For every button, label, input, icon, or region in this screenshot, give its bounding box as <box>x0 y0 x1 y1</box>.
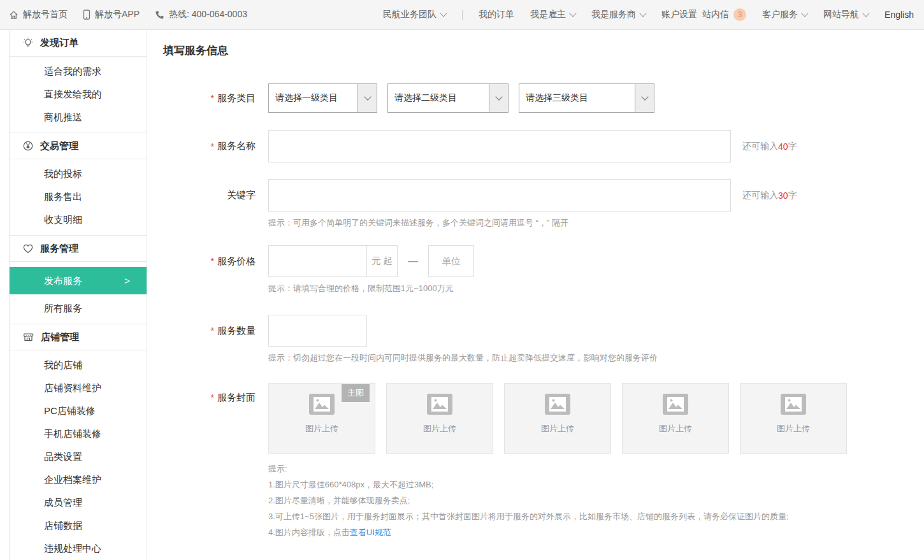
account-settings-link[interactable]: 账户设置 <box>661 9 697 20</box>
form-row-price: * 服务价格 元 起 — 单位 提示：请填写合理的价格，限制范围1元~1000万… <box>163 245 924 294</box>
app-link[interactable]: 解放号APP <box>83 9 140 20</box>
sidebar-header-shop-management: 店铺管理 <box>10 324 147 350</box>
language-toggle-label: English <box>884 10 914 20</box>
quantity-hint: 提示：切勿超过您在一段时间内可同时提供服务的最大数量，防止超卖降低提交速度，影响… <box>268 352 658 364</box>
upload-label: 图片上传 <box>659 423 692 434</box>
sidebar-section-service-management: 服务管理 发布服务 > 所有服务 <box>10 235 147 324</box>
category-level3-value: 请选择三级类目 <box>519 92 635 104</box>
language-toggle[interactable]: English <box>884 10 914 20</box>
select-dropdown-button[interactable] <box>489 84 508 112</box>
required-mark: * <box>211 326 214 336</box>
sidebar-item-enterprise-archive[interactable]: 企业档案维护 <box>10 468 147 491</box>
sidebar-item-mobile-shop-decor[interactable]: 手机店铺装修 <box>10 422 147 445</box>
service-name-input[interactable] <box>268 130 731 162</box>
form-row-keyword: 关键字 还可输入30字 提示：可用多个简单明了的关键词来描述服务，多个关键词之间… <box>163 179 924 229</box>
storefront-icon <box>23 332 34 342</box>
cover-hint-1: 1.图片尺寸最佳660*408px，最大不超过3MB; <box>268 477 847 492</box>
sidebar-item-suited-needs[interactable]: 适合我的需求 <box>10 60 147 83</box>
chevron-down-icon <box>440 10 447 17</box>
sidebar-item-all-services[interactable]: 所有服务 <box>10 297 147 320</box>
sidebar-item-member-management[interactable]: 成员管理 <box>10 491 147 514</box>
sidebar-header-label: 服务管理 <box>40 243 78 255</box>
messages-label: 站内信 <box>702 9 729 20</box>
phone-icon <box>155 10 164 20</box>
page-title: 填写服务信息 <box>163 43 924 58</box>
sidebar-item-pc-shop-decor[interactable]: PC店铺装修 <box>10 399 147 422</box>
sidebar-item-publish-service[interactable]: 发布服务 > <box>10 267 147 294</box>
cover-label: * 服务封面 <box>163 383 256 412</box>
provider-menu[interactable]: 我是服务商 <box>591 9 646 20</box>
sidebar-item-income-expense[interactable]: 收支明细 <box>10 208 147 231</box>
keyword-input[interactable] <box>268 179 731 212</box>
category-level2-value: 请选择二级类目 <box>388 92 489 104</box>
required-mark: * <box>211 256 214 266</box>
keyword-hint: 提示：可用多个简单明了的关键词来描述服务，多个关键词之间请用逗号 “，” 隔开 <box>268 217 797 229</box>
ui-spec-link[interactable]: 查看UI规范 <box>350 528 391 537</box>
sidebar-item-my-shop[interactable]: 我的店铺 <box>10 354 147 377</box>
quantity-label: * 服务数量 <box>163 315 256 347</box>
select-dropdown-button[interactable] <box>635 84 654 112</box>
category-level1-select[interactable]: 请选择一级类目 <box>268 83 377 113</box>
category-level3-select[interactable]: 请选择三级类目 <box>519 83 654 113</box>
hotline-label: 热线: 400-064-0003 <box>169 9 247 20</box>
select-dropdown-button[interactable] <box>357 84 377 112</box>
cover-hints: 提示: 1.图片尺寸最佳660*408px，最大不超过3MB; 2.图片尽量清晰… <box>268 461 847 540</box>
sidebar-item-label: 发布服务 <box>44 267 82 294</box>
keyword-label: 关键字 <box>163 179 256 212</box>
cover-hint-4: 4.图片内容排版，点击查看UI规范 <box>268 524 847 540</box>
customer-service-menu[interactable]: 客户服务 <box>762 9 807 20</box>
image-icon <box>427 394 452 417</box>
cover-upload-box-3[interactable]: 图片上传 <box>504 383 611 454</box>
image-icon <box>663 394 688 417</box>
my-orders-link[interactable]: 我的订单 <box>479 9 514 20</box>
category-level2-select[interactable]: 请选择二级类目 <box>387 83 509 113</box>
topbar: 解放号首页 解放号APP 热线: 400-064-0003 民航业务团队 我的订… <box>0 0 924 30</box>
sidebar-item-category-settings[interactable]: 品类设置 <box>10 445 147 468</box>
sidebar: 发现订单 适合我的需求 直接发给我的 商机推送 交易管理 我的投标 服务售出 收… <box>9 30 147 560</box>
active-arrow-icon: > <box>124 267 130 294</box>
sidebar-item-services-sold[interactable]: 服务售出 <box>10 185 147 208</box>
sidebar-header-label: 发现订单 <box>40 37 78 49</box>
sidebar-item-shop-data[interactable]: 店铺数据 <box>10 514 147 537</box>
sidebar-item-opportunity-push[interactable]: 商机推送 <box>10 106 147 129</box>
messages-count-badge[interactable]: 3 <box>733 8 746 21</box>
cover-hint-title: 提示: <box>268 461 847 477</box>
sidebar-header-label: 店铺管理 <box>41 331 79 343</box>
team-menu[interactable]: 民航业务团队 <box>383 9 446 20</box>
messages-link[interactable]: 站内信 3 <box>702 8 746 21</box>
required-mark: * <box>211 392 214 403</box>
category-label: * 服务类目 <box>163 83 256 113</box>
sidebar-header-transactions: 交易管理 <box>10 133 147 159</box>
price-dash: — <box>408 255 418 267</box>
customer-service-label: 客户服务 <box>762 9 798 20</box>
home-link[interactable]: 解放号首页 <box>9 9 68 20</box>
category-level1-value: 请选择一级类目 <box>269 92 357 104</box>
cover-upload-box-5[interactable]: 图片上传 <box>740 383 847 454</box>
cover-hint-2: 2.图片尽量清晰，并能够体现服务卖点; <box>268 492 847 508</box>
sidebar-item-shop-profile[interactable]: 店铺资料维护 <box>10 377 147 399</box>
unit-select[interactable]: 单位 <box>428 245 474 277</box>
sidebar-section-shop-management: 店铺管理 我的店铺 店铺资料维护 PC店铺装修 手机店铺装修 品类设置 企业档案… <box>10 324 147 560</box>
cover-upload-box-1[interactable]: 主图 图片上传 <box>268 383 375 454</box>
price-input[interactable] <box>269 246 366 276</box>
upload-label: 图片上传 <box>777 423 810 434</box>
employer-menu[interactable]: 我是雇主 <box>530 9 575 20</box>
site-nav-menu[interactable]: 网站导航 <box>823 9 869 20</box>
quantity-input[interactable] <box>268 315 367 347</box>
team-menu-label: 民航业务团队 <box>383 9 437 20</box>
sidebar-item-my-bids[interactable]: 我的投标 <box>10 162 147 185</box>
sidebar-header-discover-orders: 发现订单 <box>10 30 147 57</box>
upload-label: 图片上传 <box>423 423 456 434</box>
hotline: 热线: 400-064-0003 <box>155 9 247 20</box>
sidebar-item-sent-to-me[interactable]: 直接发给我的 <box>10 83 147 106</box>
main-content: 填写服务信息 * 服务类目 请选择一级类目 请选择二级类目 请选择三级类目 <box>147 30 924 560</box>
service-name-counter: 还可输入40字 <box>742 130 797 162</box>
required-mark: * <box>211 93 214 103</box>
cover-upload-box-4[interactable]: 图片上传 <box>622 383 729 454</box>
sidebar-header-label: 交易管理 <box>40 140 78 152</box>
my-orders-label: 我的订单 <box>479 9 514 20</box>
sidebar-item-violation-center[interactable]: 违规处理中心 <box>10 537 147 560</box>
account-settings-label: 账户设置 <box>661 9 697 20</box>
mobile-icon <box>83 10 90 20</box>
cover-upload-box-2[interactable]: 图片上传 <box>386 383 493 454</box>
